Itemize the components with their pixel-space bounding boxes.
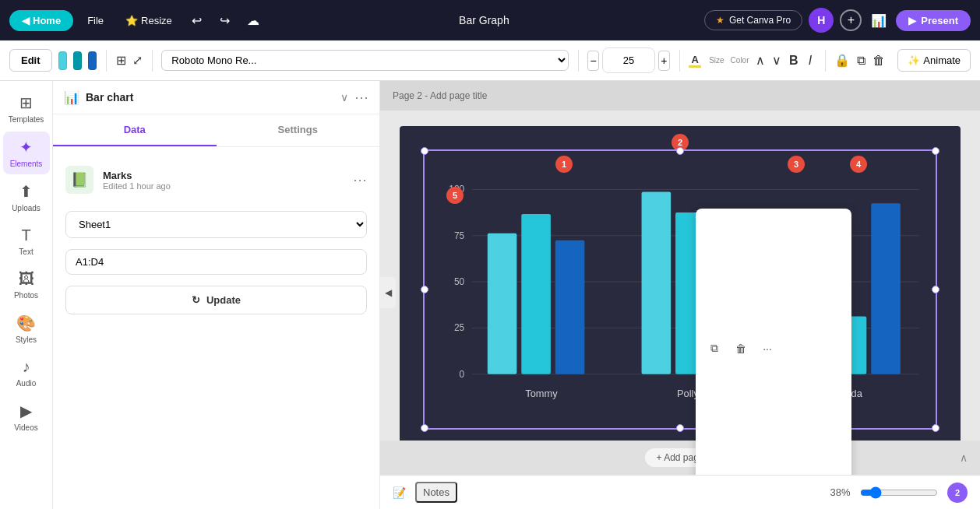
- animate-button[interactable]: ✨ Animate: [897, 49, 971, 72]
- photos-icon: 🖼: [19, 270, 34, 288]
- svg-text:50: 50: [454, 276, 465, 287]
- text-icon: T: [21, 226, 30, 244]
- panel-title: Bar chart: [86, 91, 334, 104]
- chevron-down-icon[interactable]: ∨: [772, 48, 782, 73]
- redo-icon[interactable]: ↪: [214, 9, 236, 31]
- sidebar-item-text[interactable]: T Text: [3, 220, 50, 262]
- tab-settings[interactable]: Settings: [217, 114, 380, 146]
- sidebar-item-templates[interactable]: ⊞ Templates: [3, 87, 50, 130]
- resize-handle-br[interactable]: [932, 424, 939, 432]
- color-button[interactable]: A: [689, 54, 701, 68]
- chart-icon[interactable]: 📊: [868, 9, 890, 31]
- chevron-up-icon[interactable]: ∧: [756, 48, 766, 73]
- canva-pro-label: Get Canva Pro: [729, 15, 791, 26]
- chart-container[interactable]: 100 75 50 25 0: [423, 149, 937, 430]
- color-swatch-2[interactable]: [73, 51, 82, 70]
- sidebar-item-styles[interactable]: 🎨 Styles: [3, 307, 50, 350]
- panel-chevron-icon[interactable]: ∨: [340, 91, 348, 104]
- zoom-control: 38%: [827, 486, 938, 499]
- bold-button[interactable]: B: [788, 48, 798, 73]
- svg-text:25: 25: [454, 322, 465, 333]
- sidebar-item-photos[interactable]: 🖼 Photos: [3, 264, 50, 306]
- color-button-bar: [689, 65, 701, 68]
- add-collaborator-button[interactable]: +: [840, 9, 862, 31]
- collapse-controls: ∧: [960, 451, 968, 464]
- undo-icon[interactable]: ↩: [186, 9, 208, 31]
- edit-button[interactable]: Edit: [9, 49, 52, 72]
- notes-button[interactable]: Notes: [415, 482, 457, 503]
- panel: 📊 Bar chart ∨ ⋯ Data Settings 📗 Marks Ed…: [53, 81, 380, 509]
- present-button[interactable]: ▶ Present: [896, 10, 971, 31]
- tab-data[interactable]: Data: [53, 114, 217, 146]
- svg-rect-14: [642, 191, 672, 374]
- styles-label: Styles: [16, 335, 37, 344]
- lock-icon[interactable]: 🔒: [834, 48, 850, 73]
- color-swatch-3[interactable]: [88, 51, 97, 70]
- home-button[interactable]: ◀ Home: [9, 10, 73, 31]
- font-size-decrease[interactable]: −: [587, 51, 599, 71]
- font-selector[interactable]: Roboto Mono Re...: [161, 50, 569, 71]
- layout-icon[interactable]: ⊞: [115, 48, 125, 73]
- canva-pro-button[interactable]: ★ Get Canva Pro: [704, 10, 802, 30]
- color-swatch-1[interactable]: [58, 51, 67, 70]
- resize-handle-tm[interactable]: [676, 147, 684, 155]
- svg-rect-11: [488, 233, 517, 374]
- uploads-label: Uploads: [12, 204, 41, 212]
- file-icon-wrap: 📗: [65, 166, 93, 194]
- file-more-icon[interactable]: ⋯: [353, 171, 367, 188]
- audio-label: Audio: [16, 379, 37, 388]
- page-count: 2: [947, 483, 968, 503]
- float-more-button[interactable]: ···: [756, 338, 778, 360]
- update-button[interactable]: ↻ Update: [65, 286, 367, 314]
- spreadsheet-icon: 📗: [71, 171, 88, 188]
- sidebar-item-videos[interactable]: ▶ Videos: [3, 395, 50, 438]
- font-size-input[interactable]: [602, 47, 655, 73]
- resize-handle-bl[interactable]: [421, 424, 428, 432]
- delete-icon[interactable]: 🗑: [872, 48, 885, 73]
- file-button[interactable]: File: [79, 10, 111, 31]
- copy-icon[interactable]: ⧉: [856, 48, 866, 73]
- zoom-slider[interactable]: [860, 486, 938, 499]
- elements-label: Elements: [10, 160, 43, 168]
- add-page-area: + Add page ∧: [380, 441, 980, 475]
- font-size-increase[interactable]: +: [658, 51, 670, 71]
- elements-icon: ✦: [19, 138, 33, 156]
- animate-icon: ✨: [908, 54, 920, 66]
- templates-label: Templates: [9, 115, 44, 124]
- chart-svg: 100 75 50 25 0: [425, 151, 936, 428]
- crop-icon[interactable]: ⤢: [132, 48, 143, 73]
- range-input[interactable]: [65, 249, 367, 275]
- resize-handle-tr[interactable]: [932, 147, 939, 155]
- panel-more-icon[interactable]: ⋯: [354, 89, 368, 106]
- chevron-up-icon[interactable]: ∧: [960, 451, 968, 464]
- sidebar: ⊞ Templates ✦ Elements ⬆ Uploads T Text …: [0, 81, 53, 509]
- float-delete-button[interactable]: 🗑: [730, 338, 752, 360]
- resize-handle-mr[interactable]: [932, 286, 939, 293]
- resize-handle-bm[interactable]: [676, 424, 684, 432]
- sidebar-item-elements[interactable]: ✦ Elements: [3, 132, 50, 174]
- italic-button[interactable]: I: [805, 48, 815, 73]
- resize-handle-tl[interactable]: [421, 147, 428, 155]
- canvas-page: 2: [400, 126, 961, 453]
- svg-rect-12: [521, 214, 551, 374]
- file-meta: Edited 1 hour ago: [103, 181, 344, 191]
- bottom-bar: 📝 Notes 38% 2: [380, 475, 980, 509]
- sheet-selector[interactable]: Sheet1: [65, 211, 367, 238]
- canvas-scroll[interactable]: ◀ 2: [380, 111, 980, 475]
- canvas-arrow-left[interactable]: ◀: [380, 277, 396, 308]
- svg-text:0: 0: [460, 369, 465, 380]
- styles-icon: 🎨: [16, 314, 36, 332]
- sidebar-item-uploads[interactable]: ⬆ Uploads: [3, 176, 50, 219]
- avatar[interactable]: H: [809, 8, 834, 33]
- svg-text:Tommy: Tommy: [525, 388, 558, 399]
- float-crop-button[interactable]: ⧉: [703, 338, 725, 360]
- step-badge-3: 3: [788, 156, 805, 173]
- svg-text:75: 75: [454, 230, 465, 241]
- resize-handle-ml[interactable]: [421, 286, 428, 293]
- svg-rect-19: [871, 203, 901, 374]
- resize-button[interactable]: ⭐ Resize: [118, 10, 180, 31]
- cloud-icon[interactable]: ☁: [242, 9, 264, 31]
- present-label: Present: [921, 15, 958, 26]
- uploads-icon: ⬆: [19, 182, 33, 201]
- sidebar-item-audio[interactable]: ♪ Audio: [3, 352, 50, 394]
